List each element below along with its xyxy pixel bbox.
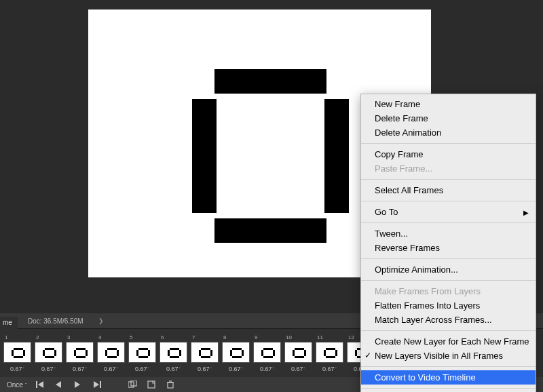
frame-duration[interactable]: 0.67ˇ xyxy=(166,366,181,372)
menu-item[interactable]: Create New Layer for Each New Frame xyxy=(361,334,536,349)
frame-number: 2 xyxy=(35,334,39,340)
submenu-arrow-icon: ▶ xyxy=(523,207,529,218)
chevron-right-icon[interactable]: ❯ xyxy=(98,317,104,324)
frame-preview xyxy=(253,342,281,363)
frame-number: 7 xyxy=(191,334,195,340)
frame-preview xyxy=(3,342,31,363)
shape-left xyxy=(192,99,217,213)
frame-number: 6 xyxy=(160,334,164,340)
frame-thumbnail[interactable]: 50.67ˇ xyxy=(128,334,156,372)
frame-thumbnail[interactable]: 80.67ˇ xyxy=(222,334,250,372)
shape-bottom xyxy=(214,218,326,243)
shape-top xyxy=(214,69,326,94)
frame-thumbnail[interactable]: 70.67ˇ xyxy=(191,334,219,372)
frame-duration[interactable]: 0.67ˇ xyxy=(135,366,149,372)
menu-item[interactable]: Go To▶ xyxy=(361,205,536,219)
frame-number: 10 xyxy=(284,334,292,340)
menu-separator xyxy=(361,143,536,144)
frame-preview xyxy=(316,342,343,363)
svg-rect-5 xyxy=(100,381,101,388)
menu-item[interactable]: Reverse Frames xyxy=(361,241,536,255)
frame-duration[interactable]: 0.67ˇ xyxy=(198,366,212,372)
timeline-tab[interactable]: me xyxy=(0,317,18,329)
timeline-flyout-menu: New FrameDelete FrameDelete AnimationCop… xyxy=(360,94,536,392)
menu-item: Paste Frame... xyxy=(361,161,536,176)
menu-item[interactable]: Optimize Animation... xyxy=(361,262,536,277)
first-frame-button[interactable] xyxy=(36,381,45,388)
frame-duration[interactable]: 0.67ˇ xyxy=(260,366,274,372)
svg-marker-4 xyxy=(94,381,99,388)
frame-number: 11 xyxy=(316,334,323,340)
check-icon: ✓ xyxy=(364,350,371,361)
shape-right xyxy=(324,99,349,213)
frame-number: 5 xyxy=(128,334,132,340)
menu-separator xyxy=(361,179,536,180)
menu-item[interactable]: Flatten Frames Into Layers xyxy=(361,298,536,313)
frame-number: 12 xyxy=(347,334,354,340)
frame-thumbnail[interactable]: 30.67ˇ xyxy=(66,334,94,372)
frame-duration[interactable]: 0.67ˇ xyxy=(104,366,118,372)
menu-item[interactable]: Match Layer Across Frames... xyxy=(361,313,536,327)
frame-preview xyxy=(191,342,219,363)
frame-thumbnail[interactable]: 20.67ˇ xyxy=(35,334,62,372)
menu-item[interactable]: New Layers Visible in All Frames✓ xyxy=(361,349,536,363)
svg-marker-3 xyxy=(75,381,80,388)
menu-separator xyxy=(361,258,536,259)
menu-item[interactable]: New Frame xyxy=(361,97,536,111)
menu-item[interactable]: Copy Frame xyxy=(361,147,536,161)
frame-number: 1 xyxy=(3,334,7,340)
prev-frame-button[interactable] xyxy=(55,381,64,388)
menu-item[interactable]: Delete Animation xyxy=(361,125,536,140)
frame-duration[interactable]: 0.67ˇ xyxy=(229,366,243,372)
frame-duration[interactable]: 0.67ˇ xyxy=(41,366,56,372)
svg-rect-9 xyxy=(168,383,173,388)
menu-item[interactable]: Delete Frame xyxy=(361,111,536,125)
menu-item[interactable]: Select All Frames xyxy=(361,183,536,197)
menu-separator xyxy=(361,366,536,367)
svg-rect-8 xyxy=(148,381,155,388)
svg-rect-0 xyxy=(36,381,37,388)
frame-number: 3 xyxy=(66,334,70,340)
frame-preview xyxy=(222,342,250,363)
frame-preview xyxy=(160,342,187,363)
menu-separator xyxy=(361,388,536,389)
menu-item[interactable]: Convert to Video Timeline xyxy=(361,370,536,385)
next-frame-button[interactable] xyxy=(93,381,102,388)
new-frame-button[interactable] xyxy=(147,380,157,389)
frame-thumbnail[interactable]: 90.67ˇ xyxy=(253,334,281,372)
frame-thumbnail[interactable]: 100.67ˇ xyxy=(284,334,312,372)
frame-thumbnail[interactable]: 40.67ˇ xyxy=(97,334,125,372)
svg-marker-2 xyxy=(56,381,61,388)
frame-thumbnail[interactable]: 60.67ˇ xyxy=(160,334,187,372)
frame-thumbnail[interactable]: 10.67ˇ xyxy=(3,334,31,372)
chevron-down-icon: ˇ xyxy=(25,383,26,387)
play-button[interactable] xyxy=(74,381,83,388)
frame-number: 4 xyxy=(97,334,101,340)
loop-dropdown[interactable]: Once ˇ xyxy=(7,381,26,389)
frame-duration[interactable]: 0.67ˇ xyxy=(10,366,24,372)
menu-separator xyxy=(361,222,536,223)
svg-marker-1 xyxy=(38,381,43,388)
frame-preview xyxy=(128,342,156,363)
frame-duration[interactable]: 0.67ˇ xyxy=(73,366,87,372)
frame-preview xyxy=(284,342,312,363)
frame-preview xyxy=(35,342,62,363)
menu-separator xyxy=(361,330,536,331)
menu-separator xyxy=(361,201,536,201)
frame-duration[interactable]: 0.67ˇ xyxy=(322,366,337,372)
frame-thumbnail[interactable]: 110.67ˇ xyxy=(316,334,343,372)
tween-button[interactable] xyxy=(128,380,138,389)
frame-duration[interactable]: 0.67ˇ xyxy=(291,366,305,372)
doc-size: Doc: 36.5M/6.50M xyxy=(28,317,83,325)
menu-item[interactable]: Tween... xyxy=(361,227,536,241)
frame-number: 8 xyxy=(222,334,226,340)
frame-preview xyxy=(66,342,94,363)
menu-separator xyxy=(361,280,536,281)
delete-frame-button[interactable] xyxy=(166,380,176,389)
frame-preview xyxy=(97,342,125,363)
menu-item: Make Frames From Layers xyxy=(361,284,536,298)
frame-number: 9 xyxy=(253,334,257,340)
